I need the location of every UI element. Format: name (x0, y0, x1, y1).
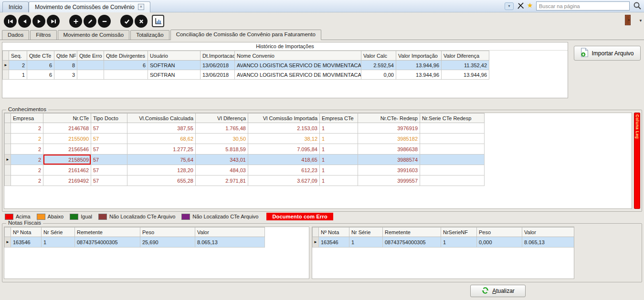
column-header[interactable]: Remetente (383, 228, 441, 237)
cell[interactable]: 2169492 (43, 176, 91, 186)
cell[interactable]: 57 (91, 155, 127, 165)
cell[interactable]: 6 (27, 61, 54, 70)
cell[interactable]: 1 (441, 237, 477, 248)
cell[interactable]: 25,690 (140, 237, 195, 248)
cell[interactable]: 3985182 (358, 134, 420, 144)
cell[interactable]: 13.944,96 (442, 70, 489, 80)
cell[interactable]: 1 (9, 70, 27, 80)
cell[interactable]: SOFTRAN (148, 61, 201, 70)
cell[interactable]: 655,28 (127, 176, 196, 186)
cell[interactable]: 57 (91, 165, 127, 176)
previous-record-button[interactable] (18, 15, 31, 28)
cell[interactable]: AVANCO LOGISTICA SERVICO DE MOVIMENTACAO (235, 70, 361, 80)
column-header[interactable]: Nr.CTe- Redesp (358, 114, 420, 123)
exit-door-icon[interactable] (623, 14, 632, 27)
column-header[interactable]: Valor Diferença (442, 51, 489, 61)
column-header[interactable]: Nr.Serie CTe Redesp (420, 114, 485, 123)
cell[interactable]: 7.095,84 (248, 144, 320, 155)
column-header[interactable]: Vl Comissão Importada (248, 114, 320, 123)
cell[interactable]: 1.277,25 (127, 144, 196, 155)
cell[interactable]: 418,65 (248, 155, 320, 165)
cell[interactable]: 3.627,09 (248, 176, 320, 186)
cell[interactable]: 2.971,81 (196, 176, 248, 186)
cell[interactable]: 612,23 (248, 165, 320, 176)
column-header[interactable]: Peso (140, 228, 195, 237)
cell[interactable] (420, 123, 485, 134)
table-row[interactable]: 163SOFTRAN13/06/2018AVANCO LOGISTICA SER… (3, 70, 489, 80)
cell[interactable]: 08743754000305 (75, 237, 140, 248)
column-header[interactable]: Qtde CTe (27, 51, 54, 61)
column-header[interactable]: Nº Nota (11, 228, 42, 237)
cell[interactable]: 13.944,96 (396, 70, 442, 80)
cell[interactable]: 484,03 (196, 165, 248, 176)
column-header[interactable]: Dt.Importacao (201, 51, 235, 61)
table-row[interactable]: 2216949257655,282.971,813.627,0913999557 (5, 176, 485, 186)
cell[interactable]: 13/06/2018 (201, 61, 235, 70)
marker-pen-icon[interactable] (517, 2, 525, 10)
cell[interactable]: 68,62 (127, 134, 196, 144)
tab-totalizacao[interactable]: Totalização (130, 30, 169, 40)
cell[interactable]: 57 (91, 176, 127, 186)
cell[interactable]: 2161462 (43, 165, 91, 176)
cell[interactable]: 75,64 (127, 155, 196, 165)
cell[interactable] (420, 134, 485, 144)
column-header[interactable]: Vl Diferença (196, 114, 248, 123)
table-row[interactable]: ►16354610874375400030510,0008.065,13 (313, 237, 574, 248)
cell[interactable]: 8.065,13 (195, 237, 265, 248)
table-row[interactable]: ►16354610874375400030525,6908.065,13 (5, 237, 265, 248)
cell[interactable] (104, 70, 148, 80)
cell[interactable]: 2 (9, 61, 27, 70)
cell[interactable]: 2 (11, 144, 43, 155)
column-header[interactable]: Empresa (11, 114, 43, 123)
cell[interactable]: 2 (11, 134, 43, 144)
column-header[interactable]: Qtde Erro (77, 51, 104, 61)
cell[interactable]: 0,000 (477, 237, 522, 248)
toolbar-overflow-chevron-icon[interactable]: ▼ (639, 19, 643, 23)
column-header[interactable]: Empresa CTe (320, 114, 358, 123)
column-header[interactable]: Nº Nota (319, 228, 349, 237)
cell[interactable]: AVANCO LOGISTICA SERVICO DE MOVIMENTACAO (235, 61, 361, 70)
cell[interactable]: 38,12 (248, 134, 320, 144)
column-header[interactable]: Nome Convenio (235, 51, 361, 61)
cell[interactable]: 1 (320, 134, 358, 144)
cell[interactable]: 57 (91, 123, 127, 134)
table-row[interactable]: 2216146257128,20484,03612,2313991603 (5, 165, 485, 176)
cell[interactable] (77, 70, 104, 80)
cell[interactable] (77, 61, 104, 70)
cell[interactable]: 5.818,59 (196, 144, 248, 155)
cancel-button[interactable] (135, 15, 148, 28)
search-icon[interactable] (633, 1, 642, 11)
cell[interactable]: 128,20 (127, 165, 196, 176)
search-input[interactable] (536, 1, 630, 10)
cell[interactable]: 2 (11, 165, 43, 176)
coluna-leg-sidebar[interactable]: Coluna Leg (634, 113, 640, 209)
cell[interactable]: 1 (320, 123, 358, 134)
column-header[interactable]: Usuário (148, 51, 201, 61)
column-header[interactable]: NrSerieNF (441, 228, 477, 237)
confirm-button[interactable] (120, 15, 133, 28)
window-tab-movimento-comissoes[interactable]: Movimento de Comissões de Convênio × (29, 1, 150, 12)
cell[interactable] (420, 144, 485, 155)
cell[interactable]: 0,00 (361, 70, 396, 80)
column-header[interactable]: Peso (477, 228, 522, 237)
cell[interactable]: 3986638 (358, 144, 420, 155)
column-header[interactable]: Tipo Docto (91, 114, 127, 123)
cell[interactable]: 2 (11, 123, 43, 134)
cell[interactable]: 11.352,42 (442, 61, 489, 70)
column-header[interactable]: Valor Importação (396, 51, 442, 61)
cell[interactable]: 8 (54, 61, 77, 70)
tab-conciliacao-de-comissao-de-convenio-para-faturam[interactable]: Conciliação de Comissão de Convênio para… (170, 30, 321, 40)
cell[interactable]: 1 (320, 155, 358, 165)
column-header[interactable]: Valor (522, 228, 574, 237)
tab-dados[interactable]: Dados (2, 30, 29, 40)
chart-button[interactable] (152, 15, 164, 27)
window-tab-inicio[interactable]: Início (2, 1, 29, 12)
table-row[interactable]: 221550905768,6230,5038,1213985182 (5, 134, 485, 144)
first-record-button[interactable] (4, 15, 17, 28)
cell[interactable]: 3976919 (358, 123, 420, 134)
cell[interactable]: 163546 (11, 237, 42, 248)
column-header[interactable]: Qtde Divirgentes (104, 51, 148, 61)
last-record-button[interactable] (47, 15, 60, 28)
column-header[interactable]: Vl.Comissão Calculada (127, 114, 196, 123)
cell[interactable]: 387,55 (127, 123, 196, 134)
